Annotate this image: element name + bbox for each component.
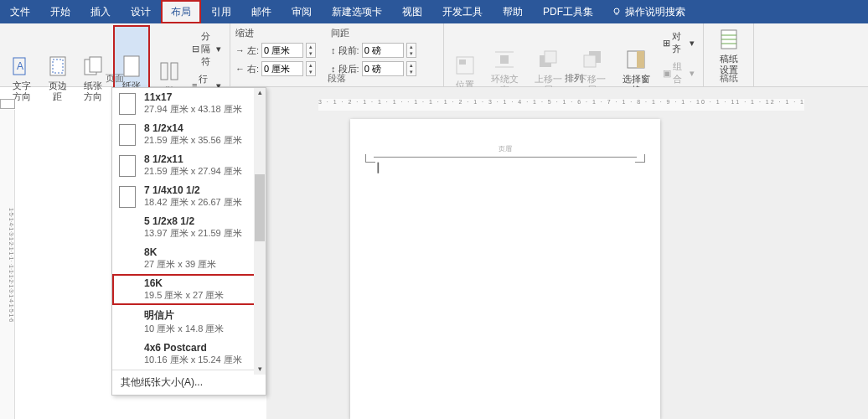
tab-home[interactable]: 开始 [40,0,80,23]
tab-view[interactable]: 视图 [392,0,432,23]
ribbon-tabs: 文件 开始 插入 设计 布局 引用 邮件 审阅 新建选项卡 视图 开发工具 帮助… [0,0,868,23]
svg-point-0 [614,8,619,13]
page-preview-icon [119,93,136,115]
group-label-arrange: 排列 [444,72,703,85]
backward-icon [580,47,605,72]
horizontal-ruler[interactable]: 3 · 1 · 2 · 1 · 1 · 1 · · 1 · 1 · 1 · 2 … [318,99,804,111]
align-button[interactable]: ⊞对齐▾ [659,28,698,57]
tab-file[interactable]: 文件 [0,0,40,23]
group-label-para: 段落 [230,72,443,85]
size-dim: 19.5 厘米 x 27 厘米 [144,289,224,302]
tab-layout[interactable]: 布局 [161,0,201,23]
spinner[interactable]: ▴▾ [406,43,416,58]
tell-me-search[interactable]: 操作说明搜索 [603,5,694,19]
paper-size-option-5-1-2x8-1-2[interactable]: 5 1/2x8 1/213.97 厘米 x 21.59 厘米 [112,212,266,243]
spacing-header: 间距 [331,27,416,39]
paper-size-option-7-1-4x10-1-2[interactable]: 7 1/4x10 1/218.42 厘米 x 26.67 厘米 [112,181,266,212]
breaks-icon: ⊟ [192,44,199,54]
indent-left-label: 左: [247,44,259,57]
header-marker-right [635,154,645,163]
group-label-page: 页面 [0,72,230,85]
spacing-before-icon: ↕ [331,45,336,55]
scroll-thumb[interactable] [255,174,265,241]
document-page[interactable]: 页眉 ┃ [350,119,660,419]
page-preview-icon [119,155,136,177]
forward-icon [535,47,561,72]
size-dim: 18.42 厘米 x 26.67 厘米 [144,196,242,209]
tab-review[interactable]: 审阅 [282,0,322,23]
size-dim: 10.16 厘米 x 15.24 厘米 [144,354,242,366]
size-name: 8 1/2x11 [144,153,242,165]
selection-pane-icon [623,47,648,72]
align-icon: ⊞ [663,38,670,49]
align-label: 对齐 [672,30,688,55]
tab-help[interactable]: 帮助 [493,0,533,23]
group-label-paper: 稿纸 [704,72,753,85]
wrap-icon [492,47,517,72]
breaks-label: 分隔符 [201,30,214,68]
size-name: 8 1/2x14 [144,122,242,134]
dropdown-scrollbar[interactable]: ▴ ▾ [254,88,266,375]
ribbon: A 文字方向 页边距 纸张方向 纸张大小 栏 ⊟分隔符▾ ≡行号▾ [0,23,868,87]
paper-size-option-明信片[interactable]: 明信片10 厘米 x 14.8 厘米 [112,305,266,339]
scroll-down-arrow[interactable]: ▾ [255,365,265,375]
lightbulb-icon [612,7,622,17]
paper-size-option-8-1-2x11[interactable]: 8 1/2x1121.59 厘米 x 27.94 厘米 [112,150,266,181]
tab-mail[interactable]: 邮件 [241,0,282,23]
breaks-button[interactable]: ⊟分隔符▾ [189,28,225,70]
spinner[interactable]: ▴▾ [306,43,316,58]
size-name: 明信片 [144,308,224,323]
chevron-down-icon: ▾ [216,44,221,54]
size-name: 11x17 [144,91,242,103]
paper-size-option-11x17[interactable]: 11x1727.94 厘米 x 43.18 厘米 [112,88,266,119]
tab-dev[interactable]: 开发工具 [432,0,493,23]
scroll-up-arrow[interactable]: ▴ [255,88,265,98]
tell-me-label: 操作说明搜索 [625,5,685,19]
writing-paper-button[interactable]: 稿纸 设置 [709,25,748,77]
size-dim: 27 厘米 x 39 厘米 [144,258,216,271]
more-paper-sizes[interactable]: 其他纸张大小(A)... [112,370,266,395]
svg-rect-20 [637,51,644,68]
size-name: 7 1/4x10 1/2 [144,184,242,196]
page-preview-icon [119,124,136,146]
size-dim: 27.94 厘米 x 43.18 厘米 [144,103,242,116]
svg-rect-16 [545,51,556,63]
size-dim: 21.59 厘米 x 27.94 厘米 [144,165,242,178]
size-dim: 13.97 厘米 x 21.59 厘米 [144,227,242,240]
svg-rect-11 [459,59,466,65]
tab-design[interactable]: 设计 [121,0,161,23]
tab-insert[interactable]: 插入 [80,0,121,23]
indent-left-icon: → [235,45,245,55]
paper-size-dropdown: 11x1727.94 厘米 x 43.18 厘米8 1/2x1421.59 厘米… [111,87,266,396]
svg-rect-12 [500,55,509,64]
doc-thumb [0,99,15,109]
paper-size-option-4x6-Postcard[interactable]: 4x6 Postcard10.16 厘米 x 15.24 厘米 [112,339,266,370]
svg-rect-18 [584,55,596,67]
indent-left-input[interactable] [261,43,303,58]
size-name: 5 1/2x8 1/2 [144,215,242,227]
size-name: 16K [144,277,224,289]
paper-size-option-8K[interactable]: 8K27 厘米 x 39 厘米 [112,243,266,274]
vertical-ruler[interactable]: 1·5·1·4·1·3·1·2·1·1·1· ·1·1·1·2·1·3·1·4·… [0,110,15,419]
size-name: 4x6 Postcard [144,342,242,354]
indent-left[interactable]: → 左: ▴▾ [235,43,316,58]
page-preview-icon [119,186,136,208]
text-cursor: ┃ [375,163,381,173]
svg-rect-6 [90,57,101,72]
tab-custom[interactable]: 新建选项卡 [322,0,392,23]
paper-size-option-16K[interactable]: 16K19.5 厘米 x 27 厘米 [112,274,266,305]
page-header-label: 页眉 [499,145,512,153]
size-dim: 10 厘米 x 14.8 厘米 [144,323,224,335]
tab-references[interactable]: 引用 [201,0,241,23]
tab-pdf[interactable]: PDF工具集 [533,0,603,23]
spacing-before-label: 段前: [338,44,359,57]
page-header[interactable]: 页眉 [374,144,637,158]
size-dim: 21.59 厘米 x 35.56 厘米 [144,134,242,147]
paper-size-option-8-1-2x14[interactable]: 8 1/2x1421.59 厘米 x 35.56 厘米 [112,119,266,150]
indent-header: 缩进 [235,27,316,39]
size-name: 8K [144,246,216,258]
writing-paper-icon [716,27,741,52]
spacing-before[interactable]: ↕ 段前: ▴▾ [331,43,416,58]
header-marker-left [365,154,375,163]
spacing-before-input[interactable] [362,43,404,58]
